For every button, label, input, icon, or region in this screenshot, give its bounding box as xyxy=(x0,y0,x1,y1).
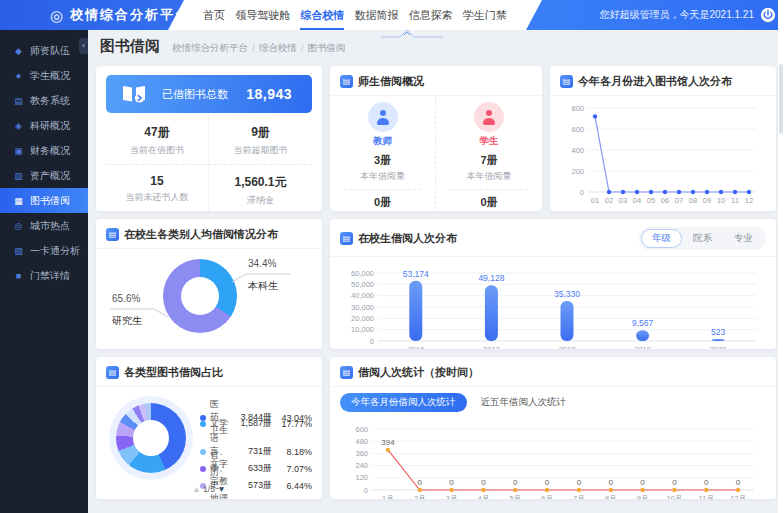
svg-text:0: 0 xyxy=(449,478,454,487)
svg-text:20,000: 20,000 xyxy=(351,314,374,323)
svg-text:1月: 1月 xyxy=(382,494,394,499)
card-library-entries: ▤ 今年各月份进入图书馆人次分布 02004006008000102030405… xyxy=(550,66,776,211)
svg-text:5月: 5月 xyxy=(509,494,521,499)
postgrad-label: 研究生 xyxy=(112,314,142,328)
svg-text:4月: 4月 xyxy=(478,494,490,499)
sidebar-item-students[interactable]: ●学生概况 xyxy=(0,63,88,88)
svg-text:0: 0 xyxy=(370,337,374,346)
student-avatar-icon xyxy=(482,110,497,125)
svg-text:12: 12 xyxy=(745,196,753,205)
svg-text:04: 04 xyxy=(633,196,641,205)
five-year-stats-button[interactable]: 近五年借阅人次统计 xyxy=(481,396,567,409)
sidebar-item-library[interactable]: ▦图书借阅 xyxy=(0,188,88,213)
total-borrowed-value: 18,943 xyxy=(246,86,292,102)
svg-text:0: 0 xyxy=(513,478,518,487)
page-scrollbar[interactable] xyxy=(778,0,784,513)
svg-text:60,000: 60,000 xyxy=(351,269,374,278)
book-type-donut xyxy=(116,403,186,473)
tab-major[interactable]: 专业 xyxy=(723,229,764,248)
svg-text:200: 200 xyxy=(571,167,584,176)
nav-item-campus[interactable]: 综合校情 xyxy=(300,0,344,30)
sidebar-item-assets[interactable]: ▥资产概况 xyxy=(0,163,88,188)
entries-card-icon: ▤ xyxy=(560,75,573,88)
svg-text:05: 05 xyxy=(647,196,655,205)
nav-item-home[interactable]: 首页 xyxy=(203,0,225,30)
pager-up-icon[interactable]: ▲ xyxy=(192,484,200,494)
tab-department[interactable]: 院系 xyxy=(682,229,723,248)
breadcrumb-platform[interactable]: 校情综合分析平台 xyxy=(172,42,248,53)
svg-text:0: 0 xyxy=(545,478,550,487)
svg-text:7月: 7月 xyxy=(573,494,585,499)
summary-stats: 47册 当前在借图书 9册 当前超期图书 15 当前未还书人数 1,560.1元… xyxy=(106,115,312,211)
svg-text:2月: 2月 xyxy=(414,494,426,499)
svg-text:30,000: 30,000 xyxy=(351,303,374,312)
sidebar-collapse-toggle[interactable]: ‹ xyxy=(79,38,88,54)
card-borrow-by-year: ▤ 在校生借阅人次分布 年级 院系 专业 010,00020,00030,000… xyxy=(330,219,776,349)
svg-text:12月: 12月 xyxy=(730,494,746,499)
sidebar-item-research[interactable]: ◈科研概况 xyxy=(0,113,88,138)
breadcrumb: 校情综合分析平台/综合校情/图书借阅 xyxy=(172,42,345,55)
per-capita-card-icon: ▤ xyxy=(106,228,119,241)
borrow-dimension-tabs: 年级 院系 专业 xyxy=(639,227,766,250)
svg-text:01: 01 xyxy=(591,196,599,205)
svg-text:0: 0 xyxy=(609,478,614,487)
app-logo: ◎ 校情综合分析平台 xyxy=(50,0,190,30)
svg-text:07: 07 xyxy=(675,196,683,205)
finance-icon: ▣ xyxy=(13,146,24,156)
svg-text:50,000: 50,000 xyxy=(351,280,374,289)
svg-text:0: 0 xyxy=(672,478,677,487)
svg-text:10,000: 10,000 xyxy=(351,325,374,334)
borrow-time-card-icon: ▤ xyxy=(340,366,353,379)
logout-power-icon[interactable] xyxy=(760,7,776,23)
stat-unreturned-people: 15 当前未还书人数 xyxy=(106,165,209,211)
per-capita-donut xyxy=(163,259,237,333)
stat-on-loan: 47册 当前在借图书 xyxy=(106,115,209,165)
main-menu: 首页 领导驾驶舱 综合校情 数据简报 信息探索 学生门禁 xyxy=(168,0,542,30)
breadcrumb-campus[interactable]: 综合校情 xyxy=(259,42,297,53)
svg-text:2020: 2020 xyxy=(710,345,727,349)
monthly-stats-button[interactable]: 今年各月份借阅人次统计 xyxy=(340,393,467,412)
svg-text:0: 0 xyxy=(580,188,584,197)
svg-text:8月: 8月 xyxy=(605,494,617,499)
card-book-type-share: ▤ 各类型图书借阅占比 医药、卫生3,844册43.04% 文学1,587册17… xyxy=(96,357,322,499)
card-borrow-summary: 已借图书总数 18,943 47册 当前在借图书 9册 当前超期图书 15 当前… xyxy=(96,66,322,211)
app-title: 校情综合分析平台 xyxy=(70,6,190,24)
user-greeting: 您好超级管理员，今天是2021.1.21 xyxy=(600,0,755,30)
breadcrumb-current: 图书借阅 xyxy=(307,42,345,53)
sidebar-item-door[interactable]: ■门禁详情 xyxy=(0,263,88,288)
borrow-year-card-icon: ▤ xyxy=(340,232,353,245)
tab-grade[interactable]: 年级 xyxy=(641,229,682,248)
svg-text:394: 394 xyxy=(381,438,395,447)
card-icon: ▧ xyxy=(13,246,24,256)
svg-text:800: 800 xyxy=(571,104,584,113)
svg-text:40,000: 40,000 xyxy=(351,291,374,300)
sidebar-item-faculty[interactable]: ◆师资队伍 xyxy=(0,38,88,63)
sidebar-item-hotspot[interactable]: ◎城市热点 xyxy=(0,213,88,238)
nav-item-briefing[interactable]: 数据简报 xyxy=(355,0,399,30)
sidebar-item-onecard[interactable]: ▧一卡通分析 xyxy=(0,238,88,263)
svg-text:2019: 2019 xyxy=(634,345,651,349)
page-title: 图书借阅 xyxy=(100,37,160,56)
svg-text:3月: 3月 xyxy=(446,494,458,499)
nav-item-cockpit[interactable]: 领导驾驶舱 xyxy=(235,0,290,30)
nav-item-access[interactable]: 学生门禁 xyxy=(463,0,507,30)
entries-line-chart: 0200400600800010203040506070809101112 xyxy=(550,96,776,211)
student-borrow-group: 学生 7册 本年借阅量 0册 本月借阅量 xyxy=(436,96,542,211)
legend-row: 医药、卫生3,844册43.04% xyxy=(200,398,312,415)
legend-dot xyxy=(200,466,206,472)
svg-text:0: 0 xyxy=(364,486,368,495)
panel-collapse-decoration[interactable] xyxy=(380,29,444,38)
nav-item-explore[interactable]: 信息探索 xyxy=(409,0,453,30)
svg-text:480: 480 xyxy=(355,437,368,446)
sidebar-item-academic[interactable]: ▤教务系统 xyxy=(0,88,88,113)
svg-text:49,128: 49,128 xyxy=(478,273,504,283)
sidebar-item-finance[interactable]: ▣财务概况 xyxy=(0,138,88,163)
total-borrowed-banner[interactable]: 已借图书总数 18,943 xyxy=(106,75,312,113)
svg-text:06: 06 xyxy=(661,196,669,205)
svg-text:03: 03 xyxy=(619,196,627,205)
pager-down-icon[interactable]: ▼ xyxy=(217,484,225,494)
svg-text:09: 09 xyxy=(703,196,711,205)
scrollbar-thumb[interactable] xyxy=(779,64,783,134)
svg-text:120: 120 xyxy=(355,473,368,482)
svg-text:0: 0 xyxy=(704,478,709,487)
